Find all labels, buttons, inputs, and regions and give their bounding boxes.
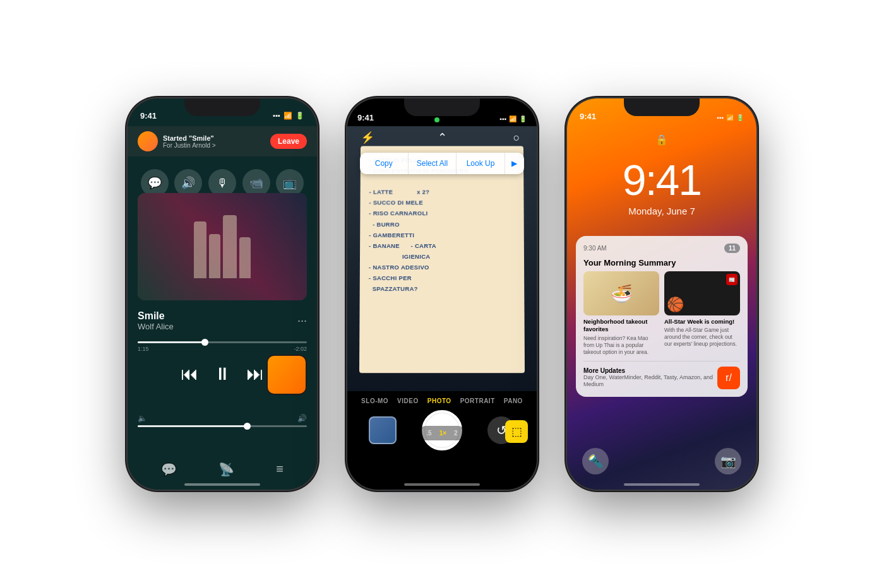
home-indicator-p2: [404, 483, 480, 486]
status-icons-p3: ▪▪▪ 📶 🔋: [717, 114, 744, 121]
notif-title: Your Morning Summary: [583, 258, 740, 268]
time-elapsed: 1:15: [138, 346, 149, 352]
camera-button[interactable]: 📷: [715, 448, 741, 474]
more-menu-item[interactable]: ▶: [505, 153, 524, 174]
lock-bottom-row: 🔦 📷: [567, 448, 756, 474]
mode-video[interactable]: VIDEO: [397, 397, 419, 404]
leave-button[interactable]: Leave: [270, 134, 307, 149]
copy-menu-item[interactable]: Copy: [360, 153, 409, 174]
mode-portrait[interactable]: PORTRAIT: [460, 397, 495, 404]
note-paper: - PETTI DI POLLO - CONCENTRATO DI POMODO…: [359, 146, 525, 373]
bottom-controls: 💬 📡 ≡: [128, 462, 317, 477]
story1-headline: Neighborhood takeout favorites: [583, 318, 659, 334]
phone-2: 9:41 ▪▪▪ 📶 🔋 - PETTI DI POLLO - CONCENTR…: [347, 98, 537, 490]
status-icons-p2: ▪▪▪ 📶 🔋: [499, 115, 527, 122]
camera-active-dot: [434, 117, 439, 122]
signal-p3: ▪▪▪: [717, 114, 724, 121]
more-updates-body: Day One, WaterMinder, Reddit, Tasty, Ama…: [583, 374, 714, 389]
song-title: Smile: [138, 310, 174, 322]
notification-card[interactable]: 9:30 AM 11 Your Morning Summary 🍜 Neighb…: [576, 236, 748, 397]
more-updates-row[interactable]: More Updates Day One, WaterMinder, Reddi…: [583, 367, 740, 389]
battery-p3: 🔋: [736, 114, 744, 121]
facetime-title: Started "Smile": [163, 134, 270, 142]
zoom-controls: .5 1× 2: [419, 426, 465, 440]
note-text-content: - PETTI DI POLLO - CONCENTRATO DI POMODO…: [369, 155, 516, 294]
sport-emoji: 🏀: [667, 297, 684, 313]
battery-p2: 🔋: [519, 115, 527, 122]
notch-p1: [184, 98, 260, 116]
facetime-info: Started "Smile" For Justin Arnold >: [163, 134, 270, 149]
zoom-point5[interactable]: .5: [424, 428, 434, 438]
divider: [583, 361, 740, 362]
facetime-subtitle: For Justin Arnold >: [163, 142, 270, 149]
song-details: Smile Wolf Alice: [138, 310, 174, 331]
home-indicator-p1: [184, 483, 260, 486]
volume-low-icon: 🔈: [138, 414, 147, 423]
notch-p3: [624, 98, 700, 116]
signal-p2: ▪▪▪: [499, 115, 506, 122]
settings-circle-icon[interactable]: ○: [506, 127, 527, 148]
status-icons-p1: ▪▪▪ 📶 🔋: [273, 112, 304, 120]
facetime-banner[interactable]: Started "Smile" For Justin Arnold > Leav…: [128, 126, 317, 156]
forward-button[interactable]: ⏭: [246, 363, 264, 384]
progress-fill: [138, 341, 205, 343]
mode-pano[interactable]: PANO: [504, 397, 523, 404]
food-emoji: 🍜: [611, 283, 633, 304]
progress-thumb: [201, 339, 208, 346]
status-time-p2: 9:41: [357, 113, 374, 122]
reddit-icon: r/: [717, 367, 740, 389]
status-bar-phone2: 9:41 ▪▪▪ 📶 🔋: [347, 98, 537, 126]
mode-photo[interactable]: PHOTO: [427, 397, 451, 404]
volume-high-icon: 🔊: [297, 414, 307, 423]
battery-icon: 🔋: [296, 112, 304, 120]
zoom-1x[interactable]: 1×: [437, 428, 449, 438]
source-badge: 📰: [726, 274, 738, 285]
story2-body: With the All-Star Game just around the c…: [664, 327, 740, 348]
story-card-1[interactable]: 🍜 Neighborhood takeout favorites Need in…: [583, 271, 659, 356]
flash-icon[interactable]: ⚡: [357, 127, 378, 148]
more-updates-text: More Updates Day One, WaterMinder, Reddi…: [583, 367, 714, 389]
status-time-p3: 9:41: [580, 112, 596, 121]
notif-badge: 11: [724, 244, 740, 253]
story-card-2[interactable]: 📰 🏀 All-Star Week is coming! With the Al…: [664, 271, 740, 356]
album-art: [138, 193, 307, 300]
ocr-scan-icon[interactable]: ⬚: [505, 420, 528, 443]
queue-button[interactable]: ≡: [276, 462, 284, 477]
volume-fill: [138, 425, 248, 427]
lyrics-button[interactable]: 💬: [161, 462, 177, 477]
progress-track: [138, 341, 307, 343]
pause-button[interactable]: ⏸: [213, 363, 231, 384]
camera-modes: SLO-MO VIDEO PHOTO PORTRAIT PANO: [347, 394, 537, 408]
album-art-image: [138, 193, 307, 300]
select-all-menu-item[interactable]: Select All: [409, 153, 457, 174]
story-image-1: 🍜: [583, 271, 659, 315]
rewind-button[interactable]: ⏮: [181, 363, 198, 384]
time-remaining: -2:02: [294, 346, 307, 352]
band-silhouette: [194, 215, 251, 278]
camera-viewfinder: - PETTI DI POLLO - CONCENTRATO DI POMODO…: [347, 126, 537, 391]
story1-body: Need inspiration? Kea Mao from Up Thai i…: [583, 335, 659, 356]
notif-header: 9:30 AM 11: [583, 244, 740, 253]
wifi-p2: 📶: [509, 115, 517, 122]
song-info: Smile Wolf Alice ···: [138, 310, 307, 331]
story2-headline: All-Star Week is coming!: [664, 318, 740, 326]
zoom-2x[interactable]: 2: [451, 428, 460, 438]
signal-icon: ▪▪▪: [273, 112, 280, 119]
volume-bar[interactable]: 🔈 🔊: [138, 414, 307, 427]
chevron-up-icon[interactable]: ⌃: [432, 127, 452, 148]
flashlight-button[interactable]: 🔦: [582, 448, 609, 474]
home-indicator-p3: [624, 483, 700, 486]
thumbnail-preview[interactable]: [369, 416, 397, 444]
notif-stories: 🍜 Neighborhood takeout favorites Need in…: [583, 271, 740, 356]
phone-3: 9:41 ▪▪▪ 📶 🔋 🔒 9:41 Monday, June 7 9:30 …: [567, 98, 756, 490]
facetime-avatar: [138, 131, 158, 151]
mode-slomo[interactable]: SLO-MO: [361, 397, 388, 404]
lock-time: 9:41: [567, 155, 756, 204]
phone-1: 9:41 ▪▪▪ 📶 🔋 Started "Smile" For Justin …: [128, 98, 317, 490]
song-artist: Wolf Alice: [138, 322, 174, 331]
progress-bar[interactable]: 1:15 -2:02: [138, 341, 307, 352]
airplay-button[interactable]: 📡: [218, 462, 234, 477]
mini-video-preview[interactable]: [266, 355, 307, 395]
lookup-menu-item[interactable]: Look Up: [457, 153, 505, 174]
more-options-button[interactable]: ···: [297, 314, 307, 327]
